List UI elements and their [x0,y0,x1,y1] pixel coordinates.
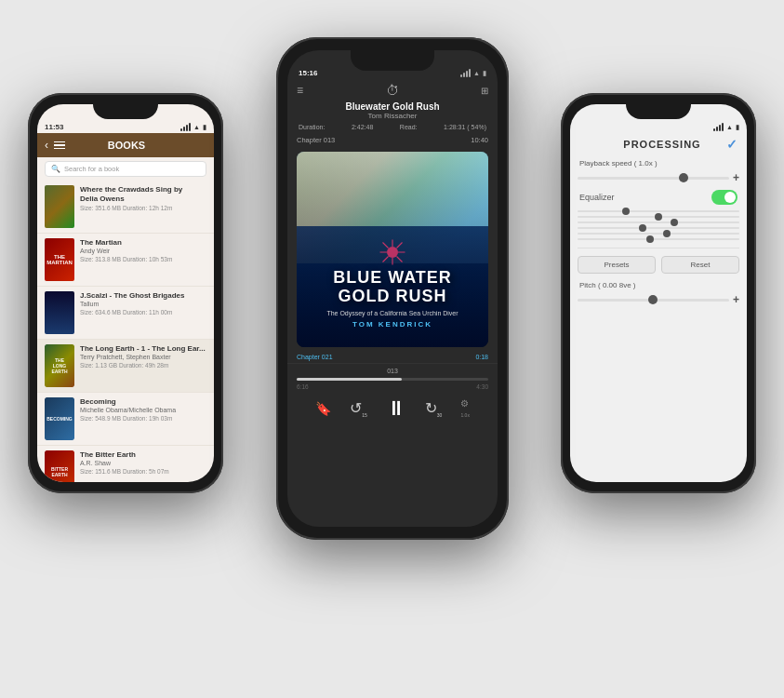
pitch-label: Pitch ( 0.00 8ve ) [570,279,747,291]
album-art: BLUE WATERGOLD RUSH The Odyssey of a Cal… [297,152,488,347]
progress-start: 6:16 [297,383,309,390]
book-meta: Size: 1.13 GB Duration: 49h 28m [80,362,206,369]
signal-icon [713,123,724,131]
pause-button[interactable]: ⏸ [386,396,406,421]
duration-value: 2:42:48 [352,124,373,130]
notch-center [351,50,434,71]
reset-button[interactable]: Reset [661,256,739,274]
progress-times: 6:16 4:30 [287,383,498,391]
pitch-slider[interactable]: + [570,291,747,308]
list-item[interactable]: THELONGEARTH The Long Earth - 1 - The Lo… [37,340,214,393]
search-icon: 🔍 [51,165,60,173]
svg-line-8 [383,257,389,262]
book-author: Andy Weir [80,248,206,254]
book-cover [45,291,74,334]
book-author: Tallum [80,301,206,307]
forward-button[interactable]: ↻30 [425,399,443,418]
list-item[interactable]: J.Scalzi - The Ghost Brigades Tallum Siz… [37,287,214,340]
book-title: J.Scalzi - The Ghost Brigades [80,291,206,301]
center-header: ≡ ⏱ ⊞ [287,79,498,101]
left-time: 11:53 [45,123,63,131]
svg-line-5 [383,243,389,248]
album-art-text: BLUE WATERGOLD RUSH The Odyssey of a Cal… [297,269,488,329]
svg-point-0 [387,247,398,258]
notch-left [93,104,158,119]
album-author: TOM KENDRICK [297,320,488,329]
divider [578,248,739,248]
signal-icon [460,69,471,77]
book-info: The Long Earth - 1 - The Long Ear... Ter… [80,344,206,369]
presets-button[interactable]: Presets [578,256,656,274]
progress-section: 013 [287,364,498,376]
chapter-header: Chapter 013 10:40 [287,132,498,148]
playback-speed-slider[interactable]: + [570,169,747,186]
eq-sliders [570,207,747,244]
speed-plus-icon[interactable]: + [733,171,739,184]
pitch-thumb [648,295,658,304]
album-subtitle: The Odyssey of a California Sea Urchin D… [297,310,488,316]
search-placeholder: Search for a book [64,165,119,173]
right-header: PROCESSING ✓ [570,133,747,155]
pitch-plus-icon[interactable]: + [733,293,739,306]
read-label: Read: [400,124,418,130]
phone-left: 11:53 ▲ ▮ ‹ BOOKS [28,93,223,493]
battery-icon: ▮ [483,70,486,77]
equalizer-header: Equalizer [570,186,747,207]
eq-settings-button[interactable]: ⚙1.0x [460,398,469,419]
read-value: 1:28:31 ( 54%) [444,124,486,130]
notch-right [626,104,691,119]
eq-band-6[interactable] [570,236,747,242]
wifi-icon: ▲ [473,70,480,76]
battery-icon: ▮ [736,124,739,131]
center-time: 15:16 [299,69,317,77]
list-icon[interactable]: ⊞ [481,86,488,96]
svg-line-7 [397,243,403,248]
book-info: Becoming Michelle Obama/Michelle Obama S… [80,397,206,422]
book-author: A.R. Shaw [80,460,206,466]
book-meta: Size: 351.6 MB Duration: 12h 12m [80,205,206,211]
equalizer-toggle[interactable] [711,190,737,205]
list-item[interactable]: THEMARTIAN The Martian Andy Weir Size: 3… [37,234,214,287]
wifi-icon: ▲ [193,124,200,130]
list-item[interactable]: BITTEREARTH The Bitter Earth A.R. Shaw S… [37,446,214,482]
clock-icon[interactable]: ⏱ [386,83,399,98]
center-screen: 15:16 ▲ ▮ ≡ ⏱ ⊞ [287,50,498,527]
back-arrow-icon[interactable]: ‹ [45,139,48,152]
left-status-bar: 11:53 ▲ ▮ [37,119,214,133]
book-cover: THELONGEARTH [45,344,74,387]
svg-line-6 [397,257,403,262]
equalizer-label: Equalizer [579,193,615,202]
books-title: BOOKS [71,140,182,151]
confirm-button[interactable]: ✓ [726,137,737,152]
hamburger-icon[interactable] [54,141,65,150]
book-list: Where the Crawdads Sing byDelia Owens Si… [37,181,214,482]
progress-end: 4:30 [476,383,488,390]
right-screen: ▲ ▮ PROCESSING ✓ Playback speed ( 1.0x )… [570,104,747,482]
playback-controls: 🔖 ↺15 ⏸ ↻30 ⚙1.0x [287,391,498,426]
book-meta: Size: 548.9 MB Duration: 19h 03m [80,415,206,422]
duration-label: Duration: [299,124,325,130]
book-meta: Size: 313.8 MB Duration: 10h 53m [80,256,206,262]
bookmark-button[interactable]: 🔖 [315,401,331,416]
book-title: Where the Crawdads Sing byDelia Owens [80,185,206,205]
signal-icon [180,123,191,131]
search-bar[interactable]: 🔍 Search for a book [45,161,206,177]
chapter-list-item[interactable]: Chapter 021 0:18 [287,351,498,364]
center-meta: Duration: 2:42:48 Read: 1:28:31 ( 54%) [287,122,498,132]
list-item[interactable]: Where the Crawdads Sing byDelia Owens Si… [37,181,214,234]
progress-bar[interactable] [297,378,488,381]
book-info: J.Scalzi - The Ghost Brigades Tallum Siz… [80,291,206,315]
book-cover: BECOMING [45,397,74,440]
sea-urchin-icon [379,238,406,266]
book-cover: BITTEREARTH [45,450,74,482]
playback-speed-label: Playback speed ( 1.0x ) [570,155,747,169]
progress-number: 013 [387,368,398,374]
album-title: BLUE WATERGOLD RUSH [297,269,488,306]
rewind-button[interactable]: ↺15 [350,399,367,418]
list-item[interactable]: BECOMING Becoming Michelle Obama/Michell… [37,393,214,446]
wifi-icon: ▲ [726,124,733,130]
center-book-author: Tom Rissacher [295,112,490,120]
toggle-thumb [724,192,736,203]
menu-icon[interactable]: ≡ [297,84,303,97]
book-info: Where the Crawdads Sing byDelia Owens Si… [80,185,206,211]
